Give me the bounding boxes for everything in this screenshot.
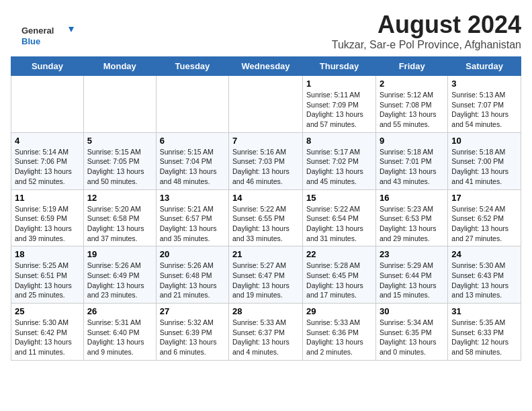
table-cell: 18Sunrise: 5:25 AM Sunset: 6:51 PM Dayli… [11,246,84,304]
header-tuesday: Tuesday [156,57,228,76]
table-cell: 19Sunrise: 5:26 AM Sunset: 6:49 PM Dayli… [83,246,156,304]
main-title: August 2024 [11,11,521,39]
day-info: Sunrise: 5:30 AM Sunset: 6:42 PM Dayligh… [15,318,80,357]
table-cell: 31Sunrise: 5:35 AM Sunset: 6:33 PM Dayli… [448,304,521,361]
day-number: 20 [160,249,225,259]
day-number: 12 [87,193,152,203]
day-number: 13 [160,193,225,203]
day-number: 18 [15,249,80,259]
day-info: Sunrise: 5:11 AM Sunset: 7:09 PM Dayligh… [306,90,372,130]
header-sunday: Sunday [11,57,84,76]
day-number: 24 [451,249,517,259]
day-number: 27 [160,306,225,316]
table-cell: 10Sunrise: 5:18 AM Sunset: 7:00 PM Dayli… [448,132,521,189]
table-cell: 14Sunrise: 5:22 AM Sunset: 6:55 PM Dayli… [229,189,303,246]
week-row-2: 4Sunrise: 5:14 AM Sunset: 7:06 PM Daylig… [11,132,521,189]
day-number: 26 [87,306,152,316]
day-info: Sunrise: 5:18 AM Sunset: 7:01 PM Dayligh… [380,147,444,187]
day-info: Sunrise: 5:20 AM Sunset: 6:58 PM Dayligh… [87,204,152,244]
table-cell: 22Sunrise: 5:28 AM Sunset: 6:45 PM Dayli… [303,246,376,304]
header-section: August 2024 Tukzar, Sar-e Pol Province, … [11,11,521,51]
day-number: 17 [451,193,517,203]
table-cell: 24Sunrise: 5:30 AM Sunset: 6:43 PM Dayli… [448,246,521,304]
table-cell: 23Sunrise: 5:29 AM Sunset: 6:44 PM Dayli… [375,246,447,304]
day-number: 10 [451,136,517,146]
day-number: 14 [232,193,299,203]
day-number: 16 [380,193,444,203]
week-row-4: 18Sunrise: 5:25 AM Sunset: 6:51 PM Dayli… [11,246,521,304]
day-info: Sunrise: 5:15 AM Sunset: 7:05 PM Dayligh… [87,147,152,187]
day-info: Sunrise: 5:26 AM Sunset: 6:49 PM Dayligh… [87,261,152,300]
day-number: 8 [306,136,372,146]
header-saturday: Saturday [448,57,521,76]
day-number: 2 [380,79,444,89]
day-info: Sunrise: 5:17 AM Sunset: 7:02 PM Dayligh… [306,147,372,187]
day-info: Sunrise: 5:24 AM Sunset: 6:52 PM Dayligh… [451,204,517,244]
day-number: 6 [160,136,225,146]
day-number: 25 [15,306,80,316]
table-cell: 11Sunrise: 5:19 AM Sunset: 6:59 PM Dayli… [11,189,84,246]
table-cell: 16Sunrise: 5:23 AM Sunset: 6:53 PM Dayli… [375,189,447,246]
day-number: 19 [87,249,152,259]
week-row-5: 25Sunrise: 5:30 AM Sunset: 6:42 PM Dayli… [11,304,521,361]
header-wednesday: Wednesday [229,57,303,76]
day-info: Sunrise: 5:32 AM Sunset: 6:39 PM Dayligh… [160,318,225,357]
day-info: Sunrise: 5:27 AM Sunset: 6:47 PM Dayligh… [232,261,299,300]
table-cell [156,76,228,133]
day-number: 21 [232,249,299,259]
logo: General Blue [21,21,75,51]
day-info: Sunrise: 5:23 AM Sunset: 6:53 PM Dayligh… [380,204,444,244]
day-info: Sunrise: 5:33 AM Sunset: 6:37 PM Dayligh… [232,318,299,357]
day-info: Sunrise: 5:21 AM Sunset: 6:57 PM Dayligh… [160,204,225,244]
day-info: Sunrise: 5:18 AM Sunset: 7:00 PM Dayligh… [451,147,517,187]
day-info: Sunrise: 5:29 AM Sunset: 6:44 PM Dayligh… [380,261,444,300]
day-number: 28 [232,306,299,316]
day-info: Sunrise: 5:16 AM Sunset: 7:03 PM Dayligh… [232,147,299,187]
day-number: 15 [306,193,372,203]
day-number: 31 [451,306,517,316]
day-number: 9 [380,136,444,146]
day-info: Sunrise: 5:26 AM Sunset: 6:48 PM Dayligh… [160,261,225,300]
svg-text:Blue: Blue [21,36,40,46]
table-cell: 1Sunrise: 5:11 AM Sunset: 7:09 PM Daylig… [303,76,376,133]
table-cell: 29Sunrise: 5:33 AM Sunset: 6:36 PM Dayli… [303,304,376,361]
table-cell: 20Sunrise: 5:26 AM Sunset: 6:48 PM Dayli… [156,246,228,304]
day-info: Sunrise: 5:28 AM Sunset: 6:45 PM Dayligh… [306,261,372,300]
header-thursday: Thursday [303,57,376,76]
day-info: Sunrise: 5:33 AM Sunset: 6:36 PM Dayligh… [306,318,372,357]
day-info: Sunrise: 5:12 AM Sunset: 7:08 PM Dayligh… [380,90,444,130]
week-row-1: 1Sunrise: 5:11 AM Sunset: 7:09 PM Daylig… [11,76,521,133]
day-info: Sunrise: 5:35 AM Sunset: 6:33 PM Dayligh… [451,318,517,357]
table-cell: 7Sunrise: 5:16 AM Sunset: 7:03 PM Daylig… [229,132,303,189]
table-cell: 28Sunrise: 5:33 AM Sunset: 6:37 PM Dayli… [229,304,303,361]
table-cell: 30Sunrise: 5:34 AM Sunset: 6:35 PM Dayli… [375,304,447,361]
table-cell: 9Sunrise: 5:18 AM Sunset: 7:01 PM Daylig… [375,132,447,189]
table-cell [11,76,84,133]
table-cell [229,76,303,133]
table-cell: 5Sunrise: 5:15 AM Sunset: 7:05 PM Daylig… [83,132,156,189]
day-number: 5 [87,136,152,146]
table-cell: 13Sunrise: 5:21 AM Sunset: 6:57 PM Dayli… [156,189,228,246]
week-row-3: 11Sunrise: 5:19 AM Sunset: 6:59 PM Dayli… [11,189,521,246]
day-info: Sunrise: 5:30 AM Sunset: 6:43 PM Dayligh… [451,261,517,300]
table-cell: 8Sunrise: 5:17 AM Sunset: 7:02 PM Daylig… [303,132,376,189]
day-number: 23 [380,249,444,259]
header-monday: Monday [83,57,156,76]
weekday-header-row: Sunday Monday Tuesday Wednesday Thursday… [11,57,521,76]
sub-title: Tukzar, Sar-e Pol Province, Afghanistan [11,39,521,51]
day-number: 7 [232,136,299,146]
table-cell: 6Sunrise: 5:15 AM Sunset: 7:04 PM Daylig… [156,132,228,189]
day-number: 11 [15,193,80,203]
day-number: 29 [306,306,372,316]
day-number: 3 [451,79,517,89]
svg-marker-2 [69,27,74,32]
day-info: Sunrise: 5:14 AM Sunset: 7:06 PM Dayligh… [15,147,80,187]
svg-text:General: General [21,26,54,36]
day-info: Sunrise: 5:25 AM Sunset: 6:51 PM Dayligh… [15,261,80,300]
day-info: Sunrise: 5:19 AM Sunset: 6:59 PM Dayligh… [15,204,80,244]
day-info: Sunrise: 5:22 AM Sunset: 6:55 PM Dayligh… [232,204,299,244]
day-info: Sunrise: 5:31 AM Sunset: 6:40 PM Dayligh… [87,318,152,357]
table-cell: 3Sunrise: 5:13 AM Sunset: 7:07 PM Daylig… [448,76,521,133]
table-cell: 21Sunrise: 5:27 AM Sunset: 6:47 PM Dayli… [229,246,303,304]
day-number: 22 [306,249,372,259]
